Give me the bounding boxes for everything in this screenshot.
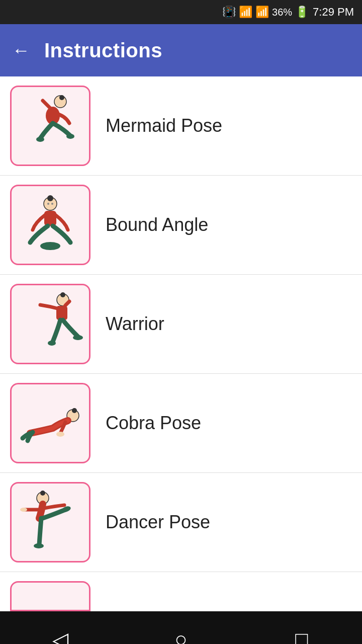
list-item[interactable]: Mermaid Pose [0, 76, 362, 176]
list-item[interactable]: Warrior [0, 275, 362, 374]
svg-rect-7 [44, 211, 56, 226]
svg-point-22 [34, 543, 44, 548]
svg-point-15 [73, 335, 83, 340]
svg-point-24 [20, 508, 27, 512]
pose-image-cobra [10, 383, 90, 463]
pose-name: Cobra Pose [106, 413, 201, 434]
pose-name: Mermaid Pose [106, 115, 222, 136]
pose-image-warrior [10, 284, 90, 364]
pose-list: Mermaid Pose [0, 76, 362, 611]
svg-line-2 [43, 101, 53, 111]
pose-image-mermaid [10, 86, 90, 166]
pose-name: Bound Angle [106, 214, 208, 235]
nav-bar: ◁ ○ □ [0, 611, 362, 644]
list-item[interactable]: Cobra Pose [0, 374, 362, 473]
pose-name: Warrior [106, 313, 164, 335]
page-title: Instructions [44, 39, 162, 62]
status-icons: 📳 📶 📶 36% 🔋 [222, 6, 309, 19]
list-item[interactable]: Bound Angle [0, 176, 362, 275]
svg-point-5 [59, 95, 64, 100]
pose-image-bound-angle [10, 185, 90, 265]
svg-point-18 [72, 408, 77, 413]
recent-nav-button[interactable]: □ [277, 624, 327, 644]
status-time: 7:29 PM [313, 6, 354, 19]
list-item-partial[interactable] [0, 572, 362, 611]
svg-point-21 [40, 491, 45, 496]
home-nav-button[interactable]: ○ [156, 624, 206, 644]
wifi-icon: 📶 [239, 6, 252, 19]
pose-name: Dancer Pose [106, 512, 210, 533]
app-bar: ← Instructions [0, 24, 362, 76]
svg-point-10 [47, 203, 49, 205]
signal-icon: 📶 [255, 6, 269, 19]
pose-image-dancer [10, 482, 90, 562]
svg-point-11 [51, 203, 53, 205]
svg-point-8 [40, 242, 60, 250]
svg-point-16 [48, 341, 56, 346]
back-nav-button[interactable]: ◁ [35, 624, 85, 644]
back-button[interactable]: ← [12, 41, 30, 59]
pose-image-partial [10, 581, 90, 611]
svg-point-19 [56, 432, 64, 437]
battery-icon: 🔋 [295, 6, 309, 19]
svg-point-13 [60, 292, 65, 297]
list-item[interactable]: Dancer Pose [0, 473, 362, 572]
svg-point-3 [36, 137, 44, 142]
svg-point-9 [47, 195, 53, 201]
status-bar: 📳 📶 📶 36% 🔋 7:29 PM [0, 0, 362, 24]
svg-point-4 [66, 134, 74, 139]
vibrate-icon: 📳 [222, 6, 236, 19]
battery-pct: 36% [272, 7, 292, 18]
